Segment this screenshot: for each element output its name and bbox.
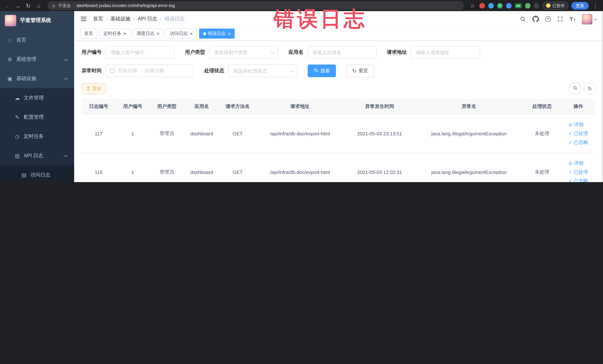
paused-badge[interactable]: 已暂停: [542, 2, 568, 10]
extension-on-badge-icon[interactable]: on: [515, 3, 522, 8]
github-icon[interactable]: [533, 16, 539, 22]
process-status-select[interactable]: [228, 65, 297, 77]
request-url-label: 请求地址: [387, 49, 407, 56]
column-header: 异常名: [415, 99, 523, 114]
processed-link[interactable]: ✓已处理: [568, 169, 588, 176]
check-icon: ✓: [568, 140, 572, 145]
breadcrumb-item: 错误日志: [165, 16, 185, 22]
reset-button-label: 重置: [358, 68, 368, 74]
sidebar-item-home[interactable]: ⌂首页: [0, 30, 74, 50]
search-icon: [314, 68, 318, 74]
cell-id: 117: [81, 114, 116, 153]
export-button-label: 导出: [92, 85, 102, 92]
content: 用户编号 用户类型 应用名: [74, 41, 603, 182]
cell-user_id: 1: [116, 114, 150, 153]
security-label: 不安全: [58, 3, 71, 8]
search-button[interactable]: 搜索: [308, 65, 336, 77]
doc-icon: ▤: [21, 172, 27, 178]
processed-link[interactable]: ✓已处理: [568, 130, 588, 137]
ignored-link[interactable]: ✓已忽略: [568, 139, 588, 146]
eye-icon: ◎: [568, 161, 572, 165]
sidebar-item-api-log[interactable]: ▤API 日志: [0, 146, 74, 165]
tab-schedule-log[interactable]: 调度日志×: [133, 29, 163, 39]
browser-home-icon[interactable]: ⌂: [35, 3, 42, 8]
reload-icon[interactable]: ↻: [24, 3, 32, 8]
close-icon[interactable]: ×: [228, 31, 231, 36]
detail-link[interactable]: ◎详细: [568, 121, 583, 128]
close-icon[interactable]: ×: [190, 31, 193, 36]
table-row: 1161管理员dashboardGET/api/infra/db-doc/exp…: [81, 153, 595, 182]
kebab-menu-icon[interactable]: ⋮: [592, 3, 599, 8]
column-header: 处理状态: [523, 99, 561, 114]
extension-sprout-icon[interactable]: [525, 3, 531, 8]
tab-home[interactable]: 首页: [80, 29, 97, 39]
export-button[interactable]: 导出: [81, 83, 106, 94]
close-icon[interactable]: ×: [157, 31, 159, 36]
update-button[interactable]: 更新: [571, 2, 589, 10]
bookmark-star-icon[interactable]: ☆: [469, 3, 476, 8]
extension-green-y-icon[interactable]: Y: [497, 3, 502, 8]
extension-dark-icon[interactable]: [534, 3, 539, 8]
cell-actions: ◎详细✓已处理✓已忽略: [561, 114, 595, 153]
tab-error-log[interactable]: 错误日志×: [199, 29, 235, 39]
user-menu[interactable]: [582, 13, 597, 24]
breadcrumb-separator: /: [133, 16, 135, 22]
sidebar-item-config-manage[interactable]: ✎配置管理: [0, 107, 74, 127]
back-icon[interactable]: ←: [4, 3, 11, 8]
cell-app: dashboard: [184, 114, 220, 153]
omnibox-divider: [74, 3, 74, 8]
extension-blue-icon[interactable]: [488, 3, 494, 8]
url-bar[interactable]: ⚠ 不安全 dashboard.yudao.iocoder.cn/infra/l…: [47, 1, 464, 10]
edit-icon: ✎: [14, 114, 20, 120]
sidebar-menu: ⌂首页⚙系统管理▣基础设施☁文件管理✎配置管理◷定时任务▤API 日志▤访问日志…: [0, 30, 74, 182]
sidebar-item-access-log[interactable]: ▤访问日志: [0, 165, 74, 182]
user-id-input[interactable]: [106, 46, 175, 59]
fullscreen-icon[interactable]: [557, 16, 563, 22]
breadcrumb-item[interactable]: API 日志: [138, 16, 157, 22]
detail-link[interactable]: ◎详细: [568, 160, 583, 166]
check-icon: ✓: [568, 131, 572, 136]
request-url-input[interactable]: [411, 46, 480, 59]
close-icon[interactable]: ×: [123, 31, 126, 36]
column-header: 请求方法名: [220, 99, 256, 114]
breadcrumb: 首页/基础设施/API 日志/错误日志: [93, 16, 185, 22]
log-icon: ▤: [14, 153, 20, 159]
extension-grid-icon[interactable]: [506, 3, 511, 8]
sidebar-item-system[interactable]: ⚙系统管理: [0, 50, 74, 69]
search-icon[interactable]: [520, 16, 526, 22]
sidebar-item-infra[interactable]: ▣基础设施: [0, 69, 74, 88]
column-header: 应用名: [184, 99, 220, 114]
breadcrumb-item[interactable]: 基础设施: [110, 16, 130, 22]
sidebar-item-label: 基础设施: [16, 75, 36, 82]
export-icon: [86, 86, 91, 91]
user-type-select[interactable]: [209, 46, 278, 59]
reset-button[interactable]: ↻ 重置: [346, 65, 374, 77]
extension-red-icon[interactable]: [479, 3, 485, 8]
cell-url: /api/infra/db-doc/export-html: [256, 114, 344, 153]
table-row: 1171管理员dashboardGET/api/infra/db-doc/exp…: [81, 114, 595, 153]
tab-access-log[interactable]: 访问日志×: [166, 29, 197, 39]
sidebar-item-scheduled-job[interactable]: ◷定时任务: [0, 127, 74, 146]
font-size-icon[interactable]: TT: [570, 16, 575, 22]
toggle-search-button[interactable]: [569, 83, 580, 94]
refresh-table-button[interactable]: ↻: [584, 83, 595, 94]
cell-exception: java.lang.IllegalArgumentException: [415, 153, 523, 182]
forward-icon[interactable]: →: [14, 3, 22, 8]
cell-time: 2021-05-03 23:13:51: [344, 114, 415, 153]
ignored-link[interactable]: ✓已忽略: [568, 178, 588, 182]
tab-scheduled-job[interactable]: 定时任务×: [99, 29, 130, 39]
infra-icon: ▣: [7, 76, 13, 82]
column-header: 操作: [561, 99, 595, 114]
exception-time-range-picker[interactable]: 开始日期 - 结束日期: [106, 65, 194, 77]
breadcrumb-item[interactable]: 首页: [93, 16, 103, 22]
gear-icon: ⚙: [7, 56, 13, 62]
cloud-icon: ☁: [14, 95, 20, 101]
help-icon[interactable]: ?: [545, 16, 551, 22]
cell-app: dashboard: [184, 153, 220, 182]
cell-method: GET: [220, 153, 256, 182]
breadcrumb-separator: /: [160, 16, 162, 22]
sidebar-item-file-manage[interactable]: ☁文件管理: [0, 88, 74, 107]
exception-time-label: 异常时间: [81, 68, 102, 74]
collapse-sidebar-icon[interactable]: [80, 15, 87, 23]
app-name-input[interactable]: [308, 46, 376, 59]
